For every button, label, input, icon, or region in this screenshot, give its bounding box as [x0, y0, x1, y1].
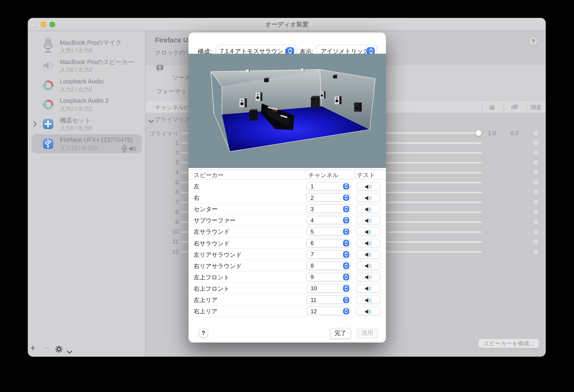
sidebar-item-aggregate-set[interactable]: 機器セット 入力0 / 出力0 [28, 114, 146, 134]
speaker-name: 右サラウンド [194, 240, 230, 248]
mute-checkbox[interactable] [533, 239, 539, 245]
primary-value: 1.0 [483, 130, 501, 136]
test-speaker-button[interactable] [356, 261, 380, 270]
stepper-icon [343, 240, 349, 246]
help-button[interactable]: ? [198, 328, 208, 338]
mute-checkbox[interactable] [533, 170, 539, 175]
stepper-icon [343, 297, 349, 303]
channel-value: 4 [310, 217, 314, 224]
sidebar-item-macbook-mic[interactable]: MacBook Proのマイク 入力1 / 出力0 [28, 37, 146, 56]
primary-label: プライマリ [146, 130, 178, 138]
test-speaker-button[interactable] [356, 227, 380, 236]
device-name: Loopback Audio 2 [60, 97, 109, 104]
loopback-icon [42, 79, 54, 91]
mute-checkbox[interactable] [533, 229, 539, 235]
test-speaker-button[interactable] [356, 273, 380, 281]
remove-device-button[interactable]: − [44, 343, 49, 353]
done-button[interactable]: 完了 [330, 328, 351, 339]
slider-knob[interactable] [475, 130, 481, 136]
speaker-name: 左上フロント [194, 274, 229, 282]
stepper-icon [343, 183, 349, 189]
channel-select[interactable]: 4 [306, 216, 351, 225]
speaker-row: 右リアサラウンド 8 [188, 260, 386, 271]
mute-checkbox[interactable] [533, 160, 539, 165]
speaker-row: 左上リア 11 [188, 294, 386, 306]
channel-value: 6 [310, 240, 314, 247]
channel-select[interactable]: 8 [306, 261, 351, 270]
mute-checkbox[interactable] [533, 180, 539, 185]
clock-source-label: クロックのソ [155, 49, 191, 57]
test-speaker-button[interactable] [356, 239, 380, 247]
chevron-right-icon[interactable] [33, 120, 37, 129]
stepper-icon [343, 206, 349, 212]
channel-select[interactable]: 10 [306, 284, 351, 293]
speaker-table-header: スピーカー チャンネル テスト [188, 170, 386, 180]
test-speaker-button[interactable] [356, 216, 380, 225]
test-speaker-button[interactable] [356, 284, 380, 293]
test-speaker-button[interactable] [356, 250, 380, 258]
mute-checkbox[interactable] [533, 219, 539, 225]
device-name: MacBook Proのスピーカー [60, 58, 134, 66]
test-speaker-button[interactable] [356, 205, 380, 213]
device-name: MacBook Proのマイク [60, 39, 122, 47]
usb-icon [42, 137, 54, 150]
device-name: Loopback Audio [60, 78, 103, 84]
mute-checkbox[interactable] [533, 140, 539, 145]
gear-icon[interactable] [55, 345, 63, 355]
chevron-down-icon[interactable] [148, 117, 154, 125]
sidebar-item-loopback-audio-2[interactable]: Loopback Audio 2 入力2 / 出力2 [28, 95, 146, 114]
mute-checkbox[interactable] [533, 150, 539, 155]
speaker-column-header: スピーカー [194, 171, 224, 180]
db-column-header: dB [505, 103, 524, 110]
channel-number: 8 [146, 209, 178, 215]
speaker-row: 左上フロント 9 [188, 272, 386, 283]
sidebar-item-macbook-speakers[interactable]: MacBook Proのスピーカー 入力0 / 出力2 [28, 56, 146, 75]
speaker-row: 右上フロント 10 [188, 283, 386, 294]
stepper-icon [343, 251, 349, 257]
stepper-icon [343, 285, 349, 292]
channel-select[interactable]: 11 [306, 295, 351, 304]
speaker-row: 右 2 [188, 192, 386, 203]
channel-select[interactable]: 3 [306, 205, 351, 213]
configure-speakers-button[interactable]: スピーカーを構成... [478, 339, 539, 348]
help-button[interactable]: ? [529, 37, 538, 46]
device-io-detail: 入力2 / 出力2 [60, 86, 92, 93]
mute-column-header: 消音 [526, 103, 545, 111]
channel-value: 10 [310, 285, 317, 292]
test-speaker-button[interactable] [356, 295, 380, 304]
speaker-icon [42, 59, 54, 72]
test-speaker-button[interactable] [356, 307, 380, 315]
action-menu-chevron-icon[interactable] [67, 348, 72, 356]
channel-select[interactable]: 6 [306, 239, 351, 247]
channel-value: 7 [310, 251, 314, 258]
test-speaker-button[interactable] [356, 182, 380, 190]
test-speaker-button[interactable] [356, 193, 380, 202]
mute-checkbox[interactable] [533, 249, 539, 254]
mute-checkbox[interactable] [533, 209, 539, 215]
channel-select[interactable]: 1 [306, 182, 351, 190]
speaker-configuration-dialog: 構成: 7.1.4 アトモスサラウンド 表示: アイソメトリック [188, 32, 386, 342]
channel-number: 9 [146, 219, 178, 225]
channel-select[interactable]: 5 [306, 227, 351, 236]
screenshot: オーディオ装置 MacBook Proのマイク 入力1 / 出力0 [0, 0, 574, 392]
channel-value: 8 [310, 262, 314, 269]
channel-value: 12 [310, 308, 317, 314]
device-io-detail: 入力0 / 出力0 [60, 125, 92, 132]
channel-column-header: チャンネル [308, 171, 339, 180]
channel-select[interactable]: 12 [306, 307, 351, 315]
mute-checkbox[interactable] [533, 130, 539, 136]
column-divider [482, 103, 482, 111]
channel-value: 5 [310, 228, 314, 235]
mute-checkbox[interactable] [533, 199, 539, 205]
speaker-row: センター 3 [188, 203, 386, 215]
channel-select[interactable]: 9 [306, 273, 351, 281]
add-device-button[interactable]: + [30, 343, 35, 353]
device-io-detail: 入力0 / 出力2 [60, 66, 92, 74]
format-label: フォーマット [156, 87, 192, 95]
channel-select[interactable]: 2 [306, 193, 351, 202]
mute-checkbox[interactable] [533, 189, 539, 195]
channel-select[interactable]: 7 [306, 250, 351, 258]
channel-number: 6 [146, 189, 178, 196]
sidebar-item-loopback-audio[interactable]: Loopback Audio 入力2 / 出力2 [28, 76, 146, 95]
sidebar-item-fireface-ufx[interactable]: Fireface UFX+ (23770475) 入力12 / 出力12 [28, 134, 146, 153]
